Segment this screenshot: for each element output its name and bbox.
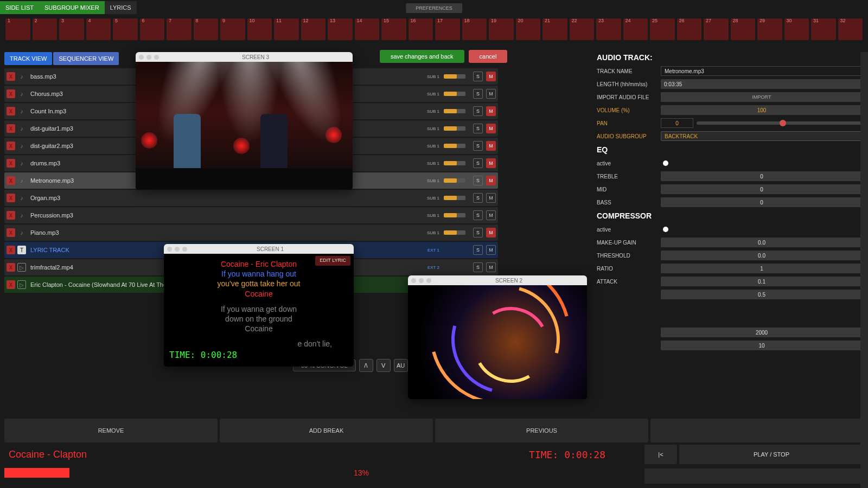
progress-bar[interactable]	[4, 468, 69, 478]
slot[interactable]: 3	[59, 18, 84, 40]
screen-1-window[interactable]: SCREEN 1 EDIT LYRIC Cocaine - Eric Clapt…	[164, 244, 354, 367]
delete-track-button[interactable]: X	[7, 211, 15, 220]
ratio-value[interactable]: 1	[661, 264, 863, 273]
delete-track-button[interactable]: X	[7, 228, 15, 237]
slot[interactable]: 17	[435, 18, 460, 40]
screen-3-window[interactable]: SCREEN 3	[136, 52, 353, 190]
window-dot-icon[interactable]	[154, 55, 159, 60]
slot[interactable]: 18	[462, 18, 487, 40]
solo-button[interactable]: S	[473, 245, 483, 255]
slot[interactable]: 9	[220, 18, 245, 40]
remove-button[interactable]: REMOVE	[4, 419, 218, 442]
extra-value-2[interactable]: 10	[661, 341, 863, 350]
slot[interactable]: 27	[704, 18, 729, 40]
slot[interactable]: 15	[381, 18, 406, 40]
slot[interactable]: 5	[113, 18, 138, 40]
window-dot-icon[interactable]	[182, 247, 187, 252]
attack-value[interactable]: 0.1	[661, 277, 863, 286]
slot[interactable]: 23	[596, 18, 621, 40]
solo-button[interactable]: S	[473, 72, 483, 81]
pan-handle[interactable]	[780, 120, 786, 126]
previous-button[interactable]: PREVIOUS	[435, 419, 648, 442]
solo-button[interactable]: S	[473, 176, 483, 185]
slot[interactable]: 16	[409, 18, 433, 40]
window-dot-icon[interactable]	[411, 278, 416, 283]
window-dot-icon[interactable]	[167, 247, 172, 252]
eq-active-toggle[interactable]	[663, 160, 668, 166]
mute-button[interactable]: M	[486, 106, 496, 116]
extra-value-1[interactable]: 2000	[661, 328, 863, 337]
mute-button[interactable]: M	[486, 158, 496, 168]
slot[interactable]: 13	[328, 18, 353, 40]
tab-side-list[interactable]: SIDE LIST	[0, 1, 39, 14]
delete-track-button[interactable]: X	[7, 246, 15, 254]
slot[interactable]: 10	[247, 18, 272, 40]
treble-value[interactable]: 0	[661, 171, 863, 181]
subgroup-select[interactable]: BACKTRACK	[661, 131, 863, 141]
mute-button[interactable]: M	[486, 176, 496, 185]
volume-value[interactable]: 100	[661, 105, 863, 115]
track-volume-slider[interactable]	[444, 74, 465, 79]
mute-button[interactable]: M	[486, 72, 496, 81]
track-volume-slider[interactable]	[444, 161, 465, 165]
slot[interactable]: 25	[650, 18, 675, 40]
slot[interactable]: 26	[677, 18, 702, 40]
mute-button[interactable]: M	[486, 262, 496, 272]
slot[interactable]: 12	[301, 18, 326, 40]
pan-value[interactable]: 0	[661, 118, 693, 128]
slot[interactable]: 11	[274, 18, 299, 40]
slot[interactable]: 19	[489, 18, 514, 40]
slot[interactable]: 8	[194, 18, 219, 40]
delete-track-button[interactable]: X	[7, 124, 15, 133]
slot[interactable]: 24	[623, 18, 648, 40]
tab-lyrics[interactable]: LYRICS	[105, 1, 137, 14]
window-dot-icon[interactable]	[139, 55, 144, 60]
track-volume-slider[interactable]	[444, 109, 465, 113]
window-dot-icon[interactable]	[419, 278, 424, 283]
mute-button[interactable]: M	[486, 210, 496, 220]
tab-subgroup-mixer[interactable]: SUBGROUP MIXER	[39, 1, 105, 14]
track-volume-slider[interactable]	[444, 144, 465, 148]
slot[interactable]: 32	[838, 18, 863, 40]
slot[interactable]: 22	[570, 18, 595, 40]
volume-up-button[interactable]: /\	[359, 359, 373, 372]
track-volume-slider[interactable]	[444, 178, 465, 183]
slot[interactable]: 21	[542, 18, 567, 40]
mute-button[interactable]: M	[486, 245, 496, 255]
track-volume-slider[interactable]	[444, 196, 465, 200]
delete-track-button[interactable]: X	[7, 107, 15, 115]
track-volume-slider[interactable]	[444, 92, 465, 96]
mid-value[interactable]: 0	[661, 184, 863, 194]
delete-track-button[interactable]: X	[7, 280, 15, 289]
play-stop-button[interactable]: PLAY / STOP	[679, 445, 864, 464]
slot[interactable]: 1	[5, 18, 30, 40]
slot[interactable]: 7	[167, 18, 192, 40]
volume-down-button[interactable]: V	[376, 359, 391, 372]
delete-track-button[interactable]: X	[7, 194, 15, 202]
solo-button[interactable]: S	[473, 106, 483, 116]
slot[interactable]: 14	[355, 18, 380, 40]
tab-track-view[interactable]: TRACK VIEW	[4, 52, 52, 65]
import-button[interactable]: IMPORT	[661, 92, 863, 102]
solo-button[interactable]: S	[473, 262, 483, 272]
track-volume-slider[interactable]	[444, 230, 465, 235]
solo-button[interactable]: S	[473, 193, 483, 203]
mute-button[interactable]: M	[486, 193, 496, 203]
threshold-value[interactable]: 0.0	[661, 251, 863, 260]
delete-track-button[interactable]: X	[7, 89, 15, 98]
auto-button[interactable]: AU	[394, 359, 408, 372]
slot[interactable]: 31	[811, 18, 836, 40]
mute-button[interactable]: M	[486, 228, 496, 237]
track-row[interactable]: X♪Percussion.mp3SUB 1SM	[4, 207, 498, 223]
window-dot-icon[interactable]	[426, 278, 431, 283]
scrollbar[interactable]	[860, 52, 868, 488]
release-value[interactable]: 0.5	[661, 290, 863, 299]
solo-button[interactable]: S	[473, 124, 483, 133]
delete-track-button[interactable]: X	[7, 72, 15, 81]
track-name-input[interactable]	[661, 66, 863, 76]
delete-track-button[interactable]: X	[7, 176, 15, 185]
pan-slider[interactable]	[697, 121, 863, 125]
comp-active-toggle[interactable]	[663, 227, 668, 232]
track-volume-slider[interactable]	[444, 213, 465, 217]
delete-track-button[interactable]: X	[7, 142, 15, 150]
